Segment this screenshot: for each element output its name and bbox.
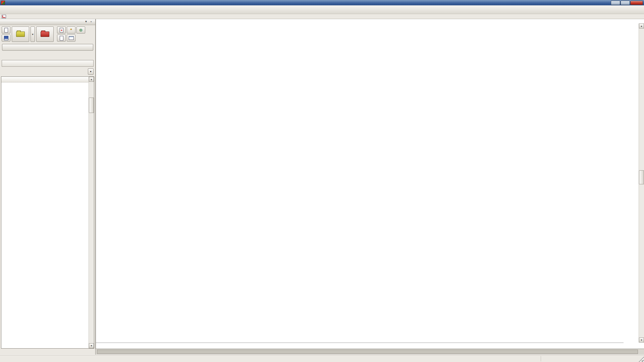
scrollbar-thumb[interactable]	[639, 170, 644, 184]
add-map-button[interactable]	[57, 26, 66, 34]
open-project-button[interactable]	[12, 26, 29, 42]
projects-maps-dropdown[interactable]	[2, 60, 94, 67]
scroll-down-icon[interactable]: ▼	[89, 343, 94, 348]
minimize-button[interactable]	[611, 1, 620, 5]
scroll-down-icon[interactable]: ▼	[639, 338, 644, 343]
app-icon	[1, 1, 5, 5]
certificate-button[interactable]	[67, 35, 75, 42]
main-area: ▼ × ▼ * ⊕ ▼	[0, 19, 644, 355]
status-bar	[0, 355, 644, 362]
map-list-header	[1, 77, 89, 82]
export-document-icon	[60, 36, 63, 41]
maximize-button[interactable]	[621, 1, 630, 5]
menu-bar	[0, 14, 644, 19]
online-button[interactable]: ⊕	[76, 26, 85, 34]
map-region-labels	[96, 23, 644, 28]
main-toolbar	[0, 5, 644, 14]
wand-icon: *	[70, 27, 72, 33]
y-axis	[624, 28, 639, 349]
certificate-icon	[69, 36, 74, 40]
session-button[interactable]	[2, 44, 93, 51]
open-project-dropdown[interactable]: ▼	[31, 26, 35, 42]
close-button[interactable]	[630, 1, 643, 5]
export-map-button[interactable]	[57, 35, 66, 42]
projects-row	[2, 60, 94, 67]
map-selection-panel: ▼ × ▼ * ⊕ ▼	[0, 19, 96, 355]
map-wizard-button[interactable]: *	[67, 26, 75, 34]
checksum-status	[504, 356, 541, 361]
panel-toolbar: ▼ * ⊕	[0, 25, 95, 43]
floppy-icon	[4, 36, 8, 40]
filter-row: ▼	[0, 67, 95, 76]
x-axis	[96, 343, 624, 349]
hexdump-window-icon	[2, 15, 6, 18]
hexdump-2d-window: ▲ ▼	[96, 19, 644, 355]
scroll-up-icon[interactable]: ▲	[639, 23, 644, 28]
status-icons	[500, 356, 504, 361]
panel-menu-icon[interactable]: ▼	[84, 20, 89, 24]
red-folder-icon	[41, 32, 49, 37]
title-bar	[0, 0, 644, 5]
document-icon	[4, 28, 8, 33]
filter-dropdown[interactable]: ▼	[88, 68, 94, 75]
save-button[interactable]	[2, 35, 10, 42]
status-help-text	[0, 356, 500, 361]
add-document-icon	[60, 28, 63, 33]
waveform-chart[interactable]: ▲ ▼	[96, 19, 644, 349]
horizontal-scrollbar-minimap[interactable]	[97, 350, 638, 354]
view-tab-row	[96, 349, 644, 355]
import-project-button[interactable]	[36, 26, 54, 42]
globe-icon: ⊕	[79, 27, 83, 33]
plot-area[interactable]	[96, 28, 624, 343]
panel-close-icon[interactable]: ×	[89, 20, 94, 24]
scroll-up-icon[interactable]: ▲	[89, 77, 94, 82]
cursor-status	[541, 356, 639, 361]
map-list: ▲ ▼	[1, 76, 94, 349]
open-folder-icon	[16, 32, 25, 37]
scrollbar-thumb[interactable]	[89, 98, 94, 113]
map-list-scrollbar[interactable]: ▲ ▼	[89, 77, 94, 348]
new-map-button[interactable]	[2, 26, 10, 34]
panel-header: ▼ ×	[0, 19, 95, 25]
chart-scrollbar[interactable]: ▲ ▼	[639, 23, 644, 343]
